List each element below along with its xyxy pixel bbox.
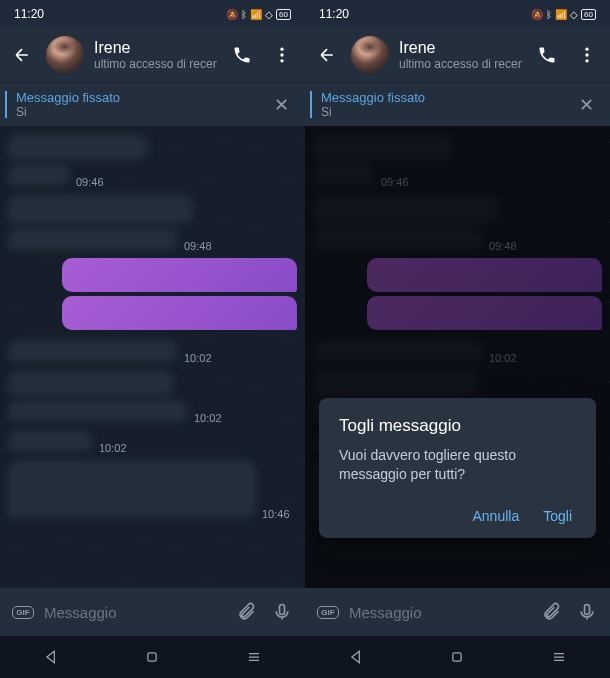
- contact-name: Irene: [399, 39, 522, 57]
- contact-name: Irene: [94, 39, 217, 57]
- message-bubble-sent[interactable]: [62, 296, 297, 330]
- signal-icon: 📶: [250, 9, 262, 20]
- svg-point-0: [280, 48, 283, 51]
- chat-header: Irene ultimo accesso di recente: [305, 28, 610, 82]
- more-vert-icon: [272, 45, 292, 65]
- mute-icon: 🔕: [226, 9, 238, 20]
- mic-icon: [577, 602, 597, 622]
- back-button[interactable]: [8, 41, 36, 69]
- dialog-body: Vuoi davvero togliere questo messaggio p…: [339, 446, 576, 484]
- input-bar: GIF Messaggio: [0, 588, 305, 636]
- pinned-close-button[interactable]: ✕: [269, 94, 293, 116]
- svg-point-1: [280, 53, 283, 56]
- nav-home-button[interactable]: [132, 645, 172, 669]
- screen-left: 11:20 🔕 ᛒ 📶 ◇ 60 Irene ultimo accesso di…: [0, 0, 305, 678]
- mute-icon: 🔕: [531, 9, 543, 20]
- mic-icon: [272, 602, 292, 622]
- message-bubble[interactable]: [8, 460, 256, 518]
- input-bar: GIF Messaggio: [305, 588, 610, 636]
- message-input[interactable]: Messaggio: [349, 604, 530, 621]
- call-button[interactable]: [532, 40, 562, 70]
- menu-recent-icon: [244, 647, 264, 667]
- more-vert-icon: [577, 45, 597, 65]
- screen-right: 11:20 🔕 ᛒ 📶 ◇ 60 Irene ultimo accesso di…: [305, 0, 610, 678]
- contact-status: ultimo accesso di recente: [94, 57, 217, 71]
- svg-point-6: [585, 53, 588, 56]
- wifi-icon: ◇: [265, 9, 273, 20]
- menu-recent-icon: [549, 647, 569, 667]
- battery-icon: 60: [581, 9, 596, 20]
- attach-button[interactable]: [536, 597, 566, 627]
- bluetooth-icon: ᛒ: [241, 9, 247, 20]
- message-timestamp: 10:02: [99, 442, 127, 456]
- phone-icon: [537, 45, 557, 65]
- attach-button[interactable]: [231, 597, 261, 627]
- contact-status: ultimo accesso di recente: [399, 57, 522, 71]
- pinned-info: Messaggio fissato Si: [317, 90, 574, 119]
- more-button[interactable]: [267, 40, 297, 70]
- call-button[interactable]: [227, 40, 257, 70]
- svg-point-5: [585, 48, 588, 51]
- pinned-close-button[interactable]: ✕: [574, 94, 598, 116]
- triangle-back-icon: [346, 647, 366, 667]
- close-icon: ✕: [274, 95, 289, 115]
- nav-bar: [0, 636, 305, 678]
- nav-recent-button[interactable]: [234, 645, 274, 669]
- svg-rect-4: [148, 653, 156, 661]
- message-timestamp: 09:46: [76, 176, 104, 190]
- avatar[interactable]: [46, 36, 84, 74]
- header-info[interactable]: Irene ultimo accesso di recente: [94, 39, 217, 71]
- pinned-preview: Si: [16, 105, 269, 119]
- pinned-title: Messaggio fissato: [321, 90, 574, 105]
- unpin-dialog: Togli messaggio Vuoi davvero togliere qu…: [319, 398, 596, 538]
- mic-button[interactable]: [267, 597, 297, 627]
- chat-area[interactable]: 09:46 09:48 10:02 10:02 10:02: [0, 126, 305, 588]
- back-button[interactable]: [313, 41, 341, 69]
- nav-recent-button[interactable]: [539, 645, 579, 669]
- svg-rect-8: [585, 605, 590, 615]
- message-bubble[interactable]: [8, 228, 178, 250]
- message-bubble[interactable]: [8, 400, 188, 422]
- status-time: 11:20: [319, 7, 531, 21]
- chat-area[interactable]: 09:46 09:48 10:02 10:02 10:02 10:46 Togl…: [305, 126, 610, 588]
- header-info[interactable]: Irene ultimo accesso di recente: [399, 39, 522, 71]
- message-bubble[interactable]: [8, 340, 178, 362]
- message-bubble[interactable]: [8, 194, 193, 224]
- nav-home-button[interactable]: [437, 645, 477, 669]
- gif-icon: GIF: [12, 606, 33, 619]
- mic-button[interactable]: [572, 597, 602, 627]
- pinned-title: Messaggio fissato: [16, 90, 269, 105]
- gif-icon: GIF: [317, 606, 338, 619]
- square-home-icon: [142, 647, 162, 667]
- nav-bar: [305, 636, 610, 678]
- nav-back-button[interactable]: [31, 645, 71, 669]
- gif-button[interactable]: GIF: [8, 597, 38, 627]
- signal-icon: 📶: [555, 9, 567, 20]
- status-bar: 11:20 🔕 ᛒ 📶 ◇ 60: [305, 0, 610, 28]
- nav-back-button[interactable]: [336, 645, 376, 669]
- message-bubble-sent[interactable]: [62, 258, 297, 292]
- message-bubble[interactable]: [8, 430, 93, 452]
- message-timestamp: 10:46: [262, 508, 290, 522]
- cancel-button[interactable]: Annulla: [473, 508, 520, 524]
- back-arrow-icon: [317, 45, 337, 65]
- message-bubble[interactable]: [8, 370, 173, 396]
- pinned-preview: Si: [321, 105, 574, 119]
- pinned-message-bar[interactable]: Messaggio fissato Si ✕: [305, 82, 610, 126]
- message-input[interactable]: Messaggio: [44, 604, 225, 621]
- gif-button[interactable]: GIF: [313, 597, 343, 627]
- pinned-message-bar[interactable]: Messaggio fissato Si ✕: [0, 82, 305, 126]
- battery-icon: 60: [276, 9, 291, 20]
- message-timestamp: 10:02: [184, 352, 212, 366]
- svg-rect-9: [453, 653, 461, 661]
- status-icons: 🔕 ᛒ 📶 ◇ 60: [531, 9, 596, 20]
- more-button[interactable]: [572, 40, 602, 70]
- message-bubble[interactable]: [8, 164, 70, 186]
- wifi-icon: ◇: [570, 9, 578, 20]
- bluetooth-icon: ᛒ: [546, 9, 552, 20]
- confirm-button[interactable]: Togli: [543, 508, 572, 524]
- avatar[interactable]: [351, 36, 389, 74]
- messages-container: 09:46 09:48 10:02 10:02 10:02: [0, 126, 305, 588]
- triangle-back-icon: [41, 647, 61, 667]
- message-bubble[interactable]: [8, 134, 148, 160]
